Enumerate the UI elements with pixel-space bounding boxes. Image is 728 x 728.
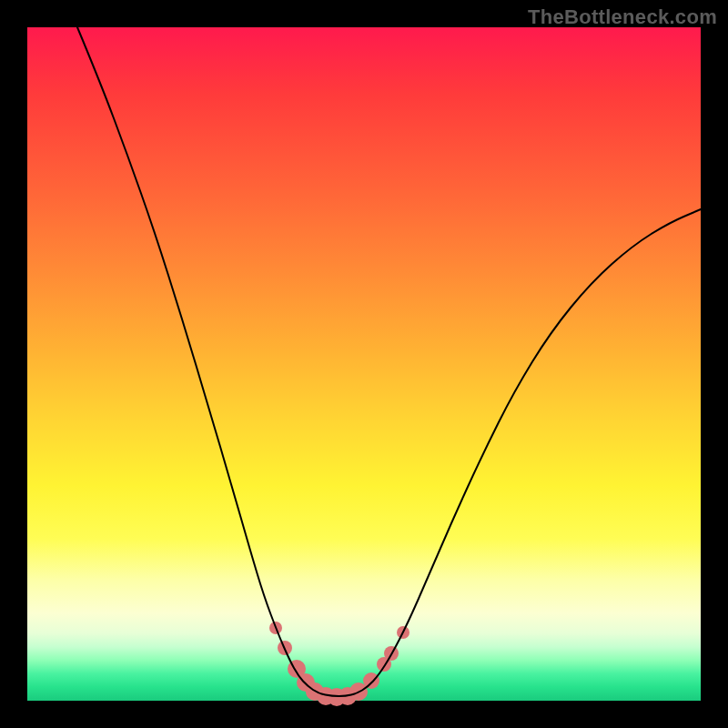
plot-area <box>27 27 701 701</box>
chart-svg <box>27 27 701 701</box>
marker-group <box>269 622 410 706</box>
watermark-label: TheBottleneck.com <box>528 5 717 29</box>
chart-stage: TheBottleneck.com <box>0 0 728 728</box>
bottleneck-curve <box>77 27 701 696</box>
curve-marker <box>363 672 379 689</box>
